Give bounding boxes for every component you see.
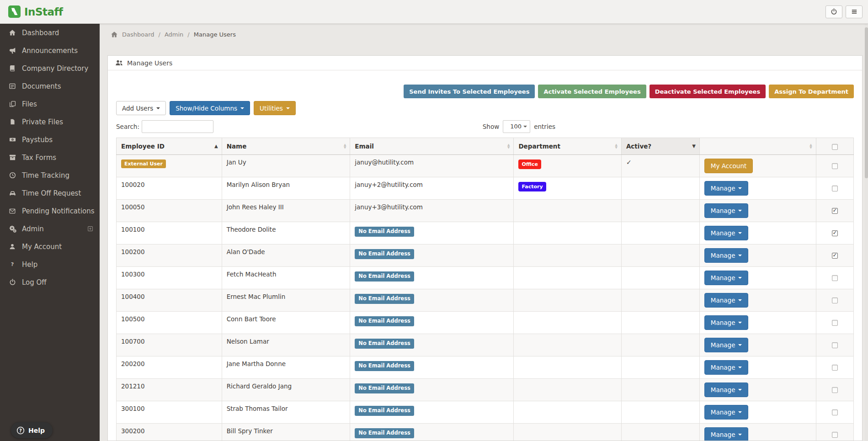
row-checkbox[interactable] <box>832 342 838 348</box>
manage-button[interactable]: Manage <box>704 248 749 263</box>
manage-button[interactable]: Manage <box>704 383 749 397</box>
sidebar-item-label: Announcements <box>22 47 78 55</box>
manage-button[interactable]: Manage <box>704 181 749 196</box>
cell-select <box>816 379 853 401</box>
manage-button[interactable]: Manage <box>704 360 749 375</box>
manage-button[interactable]: Manage <box>704 271 749 285</box>
page-length-select[interactable]: 100 <box>503 120 530 133</box>
page-length-control: Show 100 entries <box>483 120 555 133</box>
manage-button[interactable]: Manage <box>704 226 749 240</box>
cell-actions: Manage <box>699 222 816 244</box>
manage-button[interactable]: Manage <box>704 405 749 420</box>
row-checkbox[interactable] <box>832 186 838 191</box>
row-checkbox[interactable] <box>832 432 838 438</box>
sidebar-item-pending-notifications[interactable]: Pending Notifications <box>0 202 100 220</box>
column-header-label: Name <box>227 143 247 150</box>
cell-actions: Manage <box>699 356 816 379</box>
add-users-button[interactable]: Add Users <box>116 101 166 115</box>
table-row: External UserJan Uyjanuy@hutility.comOff… <box>117 155 854 177</box>
select-all-checkbox[interactable] <box>832 144 838 150</box>
sidebar-item-dashboard[interactable]: Dashboard <box>0 24 100 42</box>
cell-email: No Email Address <box>350 356 514 379</box>
row-checkbox[interactable] <box>832 163 838 169</box>
search-input[interactable] <box>142 120 213 133</box>
sidebar-item-private-files[interactable]: Private Files <box>0 113 100 131</box>
cell-employee-id: 100050 <box>117 200 222 222</box>
manage-button[interactable]: Manage <box>704 293 749 308</box>
breadcrumb-separator: / <box>187 31 189 38</box>
menu-toggle-button[interactable] <box>846 5 863 18</box>
help-button[interactable]: ? Help <box>11 422 53 438</box>
my-account-button[interactable]: My Account <box>704 159 753 173</box>
sidebar-item-time-tracking[interactable]: Time Tracking <box>0 166 100 184</box>
scrollbar-thumb[interactable] <box>865 27 868 178</box>
deactivate-selected-employees-button[interactable]: Deactivate Selected Employees <box>650 85 766 98</box>
cell-employee-id: 300100 <box>117 401 222 424</box>
table-row: 100300Fetch MacHeathNo Email AddressMana… <box>117 267 854 289</box>
breadcrumb-item-dashboard[interactable]: Dashboard <box>122 31 154 38</box>
sidebar-item-my-account[interactable]: My Account <box>0 238 100 255</box>
send-invites-to-selected-employees-button[interactable]: Send Invites To Selected Employees <box>404 85 535 98</box>
row-checkbox[interactable] <box>832 320 838 326</box>
cell-select <box>816 401 853 424</box>
table-row: 100700Nelson LamarNo Email AddressManage <box>117 334 854 356</box>
no-email-badge: No Email Address <box>355 406 414 416</box>
breadcrumb-item-admin[interactable]: Admin <box>165 31 183 38</box>
utilities-button[interactable]: Utilities <box>254 101 296 115</box>
manage-button[interactable]: Manage <box>704 427 749 441</box>
row-checkbox[interactable] <box>832 208 838 214</box>
sidebar-item-label: Tax Forms <box>22 154 56 162</box>
row-checkbox[interactable] <box>832 298 838 303</box>
clock-icon <box>8 172 17 179</box>
cell-select <box>816 289 853 312</box>
plus-square-icon[interactable] <box>87 226 93 232</box>
row-checkbox[interactable] <box>832 275 838 281</box>
sidebar-item-tax-forms[interactable]: Tax Forms <box>0 149 100 166</box>
column-header-email[interactable]: Email▲▼ <box>350 138 514 155</box>
manage-users-panel: Manage Users Send Invites To Selected Em… <box>107 55 863 441</box>
cell-select <box>816 356 853 379</box>
cell-employee-id: 200200 <box>117 356 222 379</box>
manage-button[interactable]: Manage <box>704 203 749 218</box>
brand-name: InStaff <box>24 6 63 18</box>
sidebar-item-company-directory[interactable]: Company Directory <box>0 59 100 77</box>
svg-text:?: ? <box>11 261 14 267</box>
assign-to-department-button[interactable]: Assign To Department <box>769 85 854 98</box>
row-checkbox[interactable] <box>832 409 838 415</box>
sidebar-item-documents[interactable]: Documents <box>0 77 100 95</box>
row-checkbox[interactable] <box>832 230 838 236</box>
sidebar-item-files[interactable]: Files <box>0 95 100 113</box>
activate-selected-employees-button[interactable]: Activate Selected Employees <box>538 85 646 98</box>
sidebar-item-help[interactable]: ?Help <box>0 255 100 273</box>
brand-logo[interactable]: InStaff <box>8 5 63 18</box>
no-email-badge: No Email Address <box>355 294 414 304</box>
sidebar-item-log-off[interactable]: Log Off <box>0 273 100 291</box>
row-checkbox[interactable] <box>832 387 838 393</box>
show-hide-columns-button[interactable]: Show/Hide Columns <box>170 101 250 115</box>
column-header-department[interactable]: Department▲▼ <box>514 138 621 155</box>
column-header-employee-id[interactable]: Employee ID▲ <box>117 138 222 155</box>
manage-button[interactable]: Manage <box>704 338 749 352</box>
caret-down-icon <box>738 322 742 324</box>
sidebar-item-time-off-request[interactable]: Time Off Request <box>0 184 100 202</box>
cell-actions: My Account <box>699 155 816 177</box>
row-checkbox[interactable] <box>832 365 838 371</box>
column-header-name[interactable]: Name▲▼ <box>222 138 350 155</box>
caret-down-icon <box>738 299 742 301</box>
sidebar-item-label: Documents <box>22 82 61 90</box>
manage-button[interactable]: Manage <box>704 315 749 330</box>
sidebar-item-label: Time Tracking <box>22 171 69 180</box>
cell-department <box>514 312 621 334</box>
sidebar-item-paystubs[interactable]: Paystubs <box>0 131 100 149</box>
scrollbar[interactable] <box>865 24 868 441</box>
sidebar-item-admin[interactable]: Admin <box>0 220 100 238</box>
power-button[interactable] <box>825 5 842 18</box>
column-header-select-all[interactable] <box>816 138 853 155</box>
column-header-active[interactable]: Active?▼ <box>621 138 699 155</box>
sidebar-item-announcements[interactable]: Announcements <box>0 42 100 59</box>
column-header-actions[interactable]: ▲▼ <box>699 138 816 155</box>
cell-active: ✓ <box>621 155 699 177</box>
money-icon <box>8 136 17 143</box>
cell-active <box>621 312 699 334</box>
row-checkbox[interactable] <box>832 253 838 259</box>
